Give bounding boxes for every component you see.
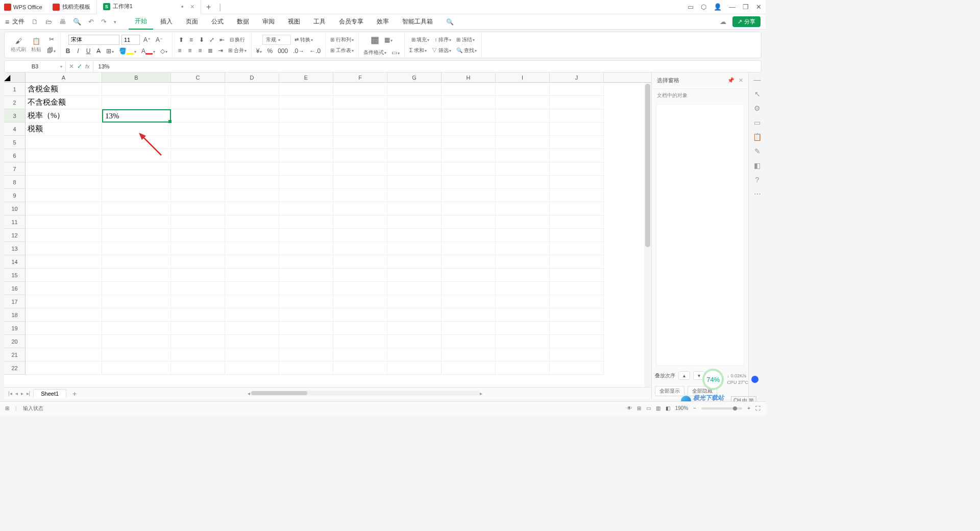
underline-button[interactable]: U	[84, 46, 92, 56]
decimal-dec-icon[interactable]: ←.0	[308, 46, 322, 56]
hscroll-right-icon[interactable]: ▸	[480, 391, 482, 396]
col-header-H[interactable]: H	[442, 73, 496, 82]
cell-style-icon[interactable]: ▦▾	[383, 35, 394, 44]
row-header-21[interactable]: 21	[4, 348, 25, 361]
cell-J19[interactable]	[550, 322, 604, 335]
cell-J11[interactable]	[550, 215, 604, 229]
cell-G2[interactable]	[387, 96, 442, 109]
paste-label[interactable]: 粘贴	[31, 46, 41, 53]
cell-F14[interactable]	[333, 255, 387, 269]
cell-B4[interactable]	[102, 123, 171, 136]
tools-icon[interactable]: ✎	[754, 147, 761, 155]
tab-tools[interactable]: 工具	[307, 14, 332, 30]
cell-F9[interactable]	[333, 189, 387, 202]
formula-confirm-icon[interactable]: ✓	[77, 63, 82, 70]
cell-E11[interactable]	[279, 215, 333, 229]
cell-C8[interactable]	[171, 176, 225, 189]
cell-D22[interactable]	[225, 361, 279, 375]
cell-C12[interactable]	[171, 229, 225, 242]
row-header-18[interactable]: 18	[4, 308, 25, 322]
cell-I17[interactable]	[496, 295, 550, 308]
zoom-in-button[interactable]: +	[747, 405, 750, 411]
cell-B20[interactable]	[102, 335, 171, 348]
cell-B21[interactable]	[102, 348, 171, 361]
cell-F20[interactable]	[333, 335, 387, 348]
cell-D14[interactable]	[225, 255, 279, 269]
cell-A22[interactable]	[26, 361, 102, 375]
cell-B15[interactable]	[102, 269, 171, 282]
cell-E22[interactable]	[279, 361, 333, 375]
cell-H11[interactable]	[442, 215, 496, 229]
cell-E13[interactable]	[279, 242, 333, 255]
row-header-13[interactable]: 13	[4, 242, 25, 255]
cell-A11[interactable]	[26, 215, 102, 229]
cell-G19[interactable]	[387, 322, 442, 335]
minimize-button[interactable]: —	[729, 3, 736, 11]
cell-E5[interactable]	[279, 136, 333, 149]
freeze-button[interactable]: ⊞ 冻结▾	[455, 35, 476, 44]
align-middle-icon[interactable]: ≡	[187, 35, 195, 44]
cell-H17[interactable]	[442, 295, 496, 308]
cell-F11[interactable]	[333, 215, 387, 229]
cell-F4[interactable]	[333, 123, 387, 136]
horizontal-scrollbar[interactable]: ◂ ▸	[83, 391, 647, 396]
cell-F22[interactable]	[333, 361, 387, 375]
col-header-A[interactable]: A	[26, 73, 102, 82]
name-box-dropdown-icon[interactable]: ▾	[60, 64, 62, 69]
cell-F13[interactable]	[333, 242, 387, 255]
cell-F12[interactable]	[333, 229, 387, 242]
tab-formula[interactable]: 公式	[205, 14, 230, 30]
row-header-16[interactable]: 16	[4, 282, 25, 295]
cell-J6[interactable]	[550, 149, 604, 162]
cell-G21[interactable]	[387, 348, 442, 361]
cell-B14[interactable]	[102, 255, 171, 269]
cell-J13[interactable]	[550, 242, 604, 255]
align-right-icon[interactable]: ≡	[196, 46, 204, 55]
sheet-nav-next-icon[interactable]: ▸	[21, 391, 23, 396]
cell-H4[interactable]	[442, 123, 496, 136]
row-header-5[interactable]: 5	[4, 136, 25, 149]
cell-D12[interactable]	[225, 229, 279, 242]
align-center-icon[interactable]: ≡	[186, 46, 194, 55]
statusbar-grid-icon[interactable]: ⊞	[5, 405, 9, 411]
tab-data[interactable]: 数据	[231, 14, 255, 30]
cell-I3[interactable]	[496, 109, 550, 123]
paste-icon[interactable]: 📋	[32, 37, 40, 45]
row-header-3[interactable]: 3	[4, 109, 25, 123]
cell-C19[interactable]	[171, 322, 225, 335]
cell-E9[interactable]	[279, 189, 333, 202]
cell-H16[interactable]	[442, 282, 496, 295]
col-header-I[interactable]: I	[496, 73, 550, 82]
col-header-E[interactable]: E	[279, 73, 333, 82]
cell-A5[interactable]	[26, 136, 102, 149]
cell-C7[interactable]	[171, 162, 225, 176]
cell-I12[interactable]	[496, 229, 550, 242]
cell-A13[interactable]	[26, 242, 102, 255]
cell-A6[interactable]	[26, 149, 102, 162]
cell-D1[interactable]	[225, 83, 279, 96]
cell-A16[interactable]	[26, 282, 102, 295]
cell-F5[interactable]	[333, 136, 387, 149]
cell-J9[interactable]	[550, 189, 604, 202]
fill-color-button[interactable]: 🪣▾	[117, 46, 138, 56]
cell-E15[interactable]	[279, 269, 333, 282]
row-header-2[interactable]: 2	[4, 96, 25, 109]
sheet-add-button[interactable]: +	[69, 390, 80, 398]
copy-icon[interactable]: 🗐▾	[45, 46, 57, 55]
more-icon[interactable]: ⋯	[754, 190, 761, 198]
cell-J8[interactable]	[550, 176, 604, 189]
merge-button[interactable]: ⊞ 合并▾	[227, 46, 248, 55]
cell-I6[interactable]	[496, 149, 550, 162]
cell-G18[interactable]	[387, 308, 442, 322]
tab-templates[interactable]: 找稻壳模板	[46, 0, 97, 14]
align-top-icon[interactable]: ⬆	[177, 35, 185, 44]
cell-F18[interactable]	[333, 308, 387, 322]
cell-D20[interactable]	[225, 335, 279, 348]
cell-B16[interactable]	[102, 282, 171, 295]
worksheet-button[interactable]: ⊞ 工作表▾	[329, 46, 355, 55]
panel-icon[interactable]: ▭	[688, 3, 694, 11]
row-header-8[interactable]: 8	[4, 176, 25, 189]
cell-G22[interactable]	[387, 361, 442, 375]
cube-icon[interactable]: ⬡	[701, 3, 706, 11]
col-header-D[interactable]: D	[225, 73, 279, 82]
